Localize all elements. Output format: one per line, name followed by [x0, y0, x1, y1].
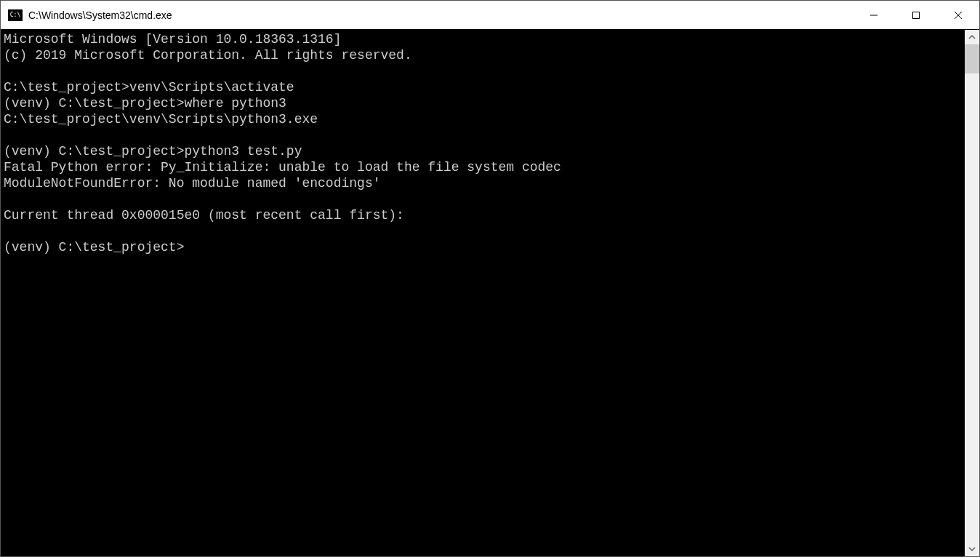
svg-rect-1: [913, 12, 920, 18]
scroll-up-button[interactable]: [965, 30, 979, 44]
terminal-line: Microsoft Windows [Version 10.0.18363.13…: [4, 31, 965, 47]
terminal-line: [4, 191, 965, 207]
minimize-icon: [869, 11, 878, 20]
scroll-track[interactable]: [965, 44, 979, 542]
terminal-line: Current thread 0x000015e0 (most recent c…: [4, 207, 965, 223]
minimize-button[interactable]: [853, 1, 895, 29]
cmd-window: C:\Windows\System32\cmd.exe Microsoft Wi: [0, 0, 980, 557]
close-icon: [954, 11, 963, 20]
chevron-up-icon: [968, 33, 976, 41]
cmd-icon: [8, 9, 23, 21]
close-button[interactable]: [937, 1, 979, 29]
terminal-output[interactable]: Microsoft Windows [Version 10.0.18363.13…: [1, 30, 965, 556]
terminal-line: C:\test_project>venv\Scripts\activate: [4, 79, 965, 95]
vertical-scrollbar[interactable]: [965, 30, 979, 556]
terminal-line: (c) 2019 Microsoft Corporation. All righ…: [4, 47, 965, 63]
terminal-line: (venv) C:\test_project>python3 test.py: [4, 143, 965, 159]
scroll-down-button[interactable]: [965, 542, 979, 556]
terminal-line: [4, 63, 965, 79]
terminal-line: [4, 127, 965, 143]
terminal-line: ModuleNotFoundError: No module named 'en…: [4, 175, 965, 191]
terminal-line: C:\test_project\venv\Scripts\python3.exe: [4, 111, 965, 127]
window-controls: [853, 1, 979, 29]
terminal-line: [4, 223, 965, 239]
maximize-icon: [912, 11, 920, 20]
titlebar[interactable]: C:\Windows\System32\cmd.exe: [1, 1, 979, 30]
chevron-down-icon: [968, 545, 976, 553]
terminal-line: (venv) C:\test_project>: [4, 239, 965, 255]
content-area: Microsoft Windows [Version 10.0.18363.13…: [1, 30, 979, 556]
terminal-line: (venv) C:\test_project>where python3: [4, 95, 965, 111]
window-title: C:\Windows\System32\cmd.exe: [28, 9, 853, 21]
terminal-line: Fatal Python error: Py_Initialize: unabl…: [4, 159, 965, 175]
maximize-button[interactable]: [895, 1, 937, 29]
scroll-thumb[interactable]: [965, 44, 979, 73]
